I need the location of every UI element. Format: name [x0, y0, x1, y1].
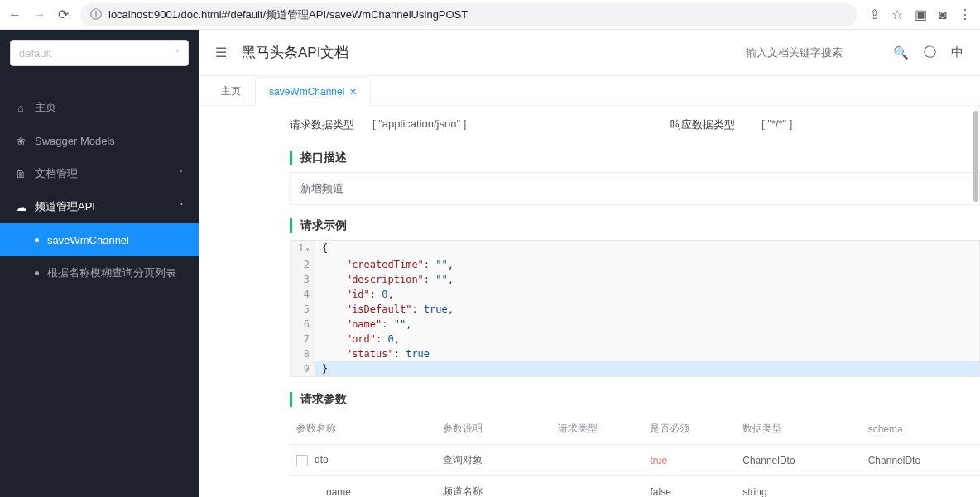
- header: ☰ 黑马头条API文档 🔍 ⓘ 中: [199, 30, 980, 76]
- tab-label: 主页: [221, 84, 241, 98]
- collapse-sidebar-icon[interactable]: ☰: [215, 45, 227, 60]
- req-type-value: [ "application/json" ]: [372, 117, 670, 132]
- cell-desc: 查询对象: [436, 445, 551, 476]
- share-icon[interactable]: ⇪: [869, 7, 880, 22]
- lang-toggle[interactable]: 中: [951, 45, 963, 60]
- code-line: 6 "name": "",: [291, 317, 979, 332]
- code-line: 8 "status": true: [291, 346, 979, 361]
- content-scroll[interactable]: 请求数据类型 [ "application/json" ] 响应数据类型 [ "…: [199, 106, 980, 497]
- bullet-icon: [35, 238, 39, 242]
- menu-label: Swagger Models: [35, 135, 115, 147]
- profile-icon[interactable]: ◙: [939, 7, 947, 22]
- gutter: 3: [291, 272, 315, 287]
- menu-icon-glyph: ⌂: [15, 102, 26, 114]
- back-button[interactable]: ←: [8, 7, 22, 22]
- cell-datatype: ChannelDto: [736, 445, 861, 476]
- menu-icon[interactable]: ⋮: [958, 7, 972, 22]
- menu-label: 频道管理API: [35, 199, 95, 214]
- gutter: 8: [291, 346, 315, 361]
- browser-toolbar: ← → ⟳ ⓘ localhost:9001/doc.html#/default…: [0, 0, 980, 30]
- gutter: 9: [291, 361, 315, 376]
- site-info-icon[interactable]: ⓘ: [90, 7, 102, 22]
- code-text: "createdTime": "",: [315, 257, 460, 272]
- search-icon[interactable]: 🔍: [893, 45, 909, 60]
- menu-icon-glyph: 🗎: [15, 168, 26, 180]
- bookmark-icon[interactable]: ☆: [891, 7, 903, 22]
- code-text: "isDefault": true,: [315, 302, 460, 317]
- group-select-value: default: [19, 47, 51, 60]
- code-block[interactable]: 1{2 "createdTime": "",3 "description": "…: [290, 240, 980, 377]
- menu-icon-glyph: ☁: [15, 201, 26, 213]
- url-text: localhost:9001/doc.html#/default/频道管理API…: [108, 7, 468, 22]
- group-select[interactable]: default ˅: [10, 40, 189, 66]
- menu-label: 文档管理: [35, 166, 78, 181]
- sidebar-item[interactable]: ☁频道管理API˄: [0, 190, 199, 223]
- menu-label: 主页: [35, 100, 56, 115]
- gutter: 2: [291, 257, 315, 272]
- section-desc-title: 接口描述: [290, 151, 980, 165]
- forward-button[interactable]: →: [33, 7, 46, 22]
- gutter: 7: [291, 332, 315, 346]
- chevron-icon: ˄: [179, 202, 184, 213]
- cell-datatype: string: [736, 476, 861, 498]
- req-type-label: 请求数据类型: [290, 117, 372, 132]
- page-title: 黑马头条API文档: [242, 43, 348, 62]
- code-text: "status": true: [315, 346, 436, 361]
- cell-desc: 频道名称: [436, 476, 551, 498]
- cell-schema: [862, 476, 980, 498]
- gutter: 4: [291, 287, 315, 302]
- code-line: 4 "id": 0,: [291, 287, 979, 302]
- subitem-label: 根据名称模糊查询分页列表: [47, 265, 176, 280]
- cell-name: name: [290, 476, 436, 498]
- cell-required: true: [643, 445, 736, 476]
- table-row: -dto查询对象trueChannelDtoChannelDto: [290, 445, 980, 476]
- tab-label: saveWmChannel: [269, 86, 344, 98]
- table-row: name频道名称falsestring: [290, 476, 980, 498]
- cell-schema: ChannelDto: [862, 445, 980, 476]
- gutter: 6: [291, 317, 315, 332]
- col-header: 请求类型: [551, 413, 644, 445]
- gutter: 5: [291, 302, 315, 317]
- sidebar-subitem[interactable]: saveWmChannel: [0, 223, 199, 256]
- params-table: 参数名称参数说明请求类型是否必须数据类型schema -dto查询对象trueC…: [290, 413, 980, 497]
- code-text: }: [315, 361, 334, 376]
- section-example-title: 请求示例: [290, 218, 980, 233]
- expand-toggle[interactable]: -: [296, 455, 308, 466]
- tab[interactable]: saveWmChannel✕: [255, 77, 371, 106]
- code-line: 9}: [291, 361, 979, 376]
- cell-name: -dto: [290, 445, 436, 476]
- cell-reqtype: [551, 476, 644, 498]
- sidebar-subitem[interactable]: 根据名称模糊查询分页列表: [0, 256, 199, 289]
- sidebar-item[interactable]: ⌂主页: [0, 91, 199, 124]
- col-header: 参数说明: [436, 413, 551, 445]
- code-line: 3 "description": "",: [291, 272, 979, 287]
- close-icon[interactable]: ✕: [349, 87, 357, 98]
- code-line: 2 "createdTime": "",: [291, 257, 979, 272]
- tabs: 主页saveWmChannel✕: [199, 76, 980, 106]
- code-text: "name": "",: [315, 317, 418, 332]
- menu-icon-glyph: ❀: [15, 135, 26, 147]
- tab[interactable]: 主页: [207, 76, 255, 105]
- chevron-icon: ˅: [179, 169, 184, 179]
- address-bar[interactable]: ⓘ localhost:9001/doc.html#/default/频道管理A…: [80, 3, 858, 26]
- extensions-icon[interactable]: ▣: [915, 7, 927, 22]
- sidebar-item[interactable]: ❀Swagger Models: [0, 124, 199, 157]
- code-text: {: [315, 241, 334, 257]
- code-text: "description": "",: [315, 272, 460, 287]
- col-header: 数据类型: [736, 413, 861, 445]
- search-input[interactable]: [746, 46, 878, 59]
- res-type-label: 响应数据类型: [670, 117, 761, 132]
- code-line: 1{: [291, 241, 979, 257]
- scrollbar-thumb[interactable]: [973, 111, 978, 202]
- bullet-icon: [35, 271, 39, 275]
- help-icon[interactable]: ⓘ: [924, 45, 936, 60]
- chevron-down-icon: ˅: [175, 49, 180, 58]
- cell-reqtype: [551, 445, 644, 476]
- section-params-title: 请求参数: [290, 392, 980, 407]
- reload-button[interactable]: ⟳: [58, 7, 69, 22]
- col-header: 是否必须: [643, 413, 736, 445]
- main: ☰ 黑马头条API文档 🔍 ⓘ 中 主页saveWmChannel✕ 请求数据类…: [199, 30, 980, 497]
- subitem-label: saveWmChannel: [47, 234, 129, 246]
- desc-text: 新增频道: [290, 172, 980, 205]
- sidebar-item[interactable]: 🗎文档管理˅: [0, 157, 199, 190]
